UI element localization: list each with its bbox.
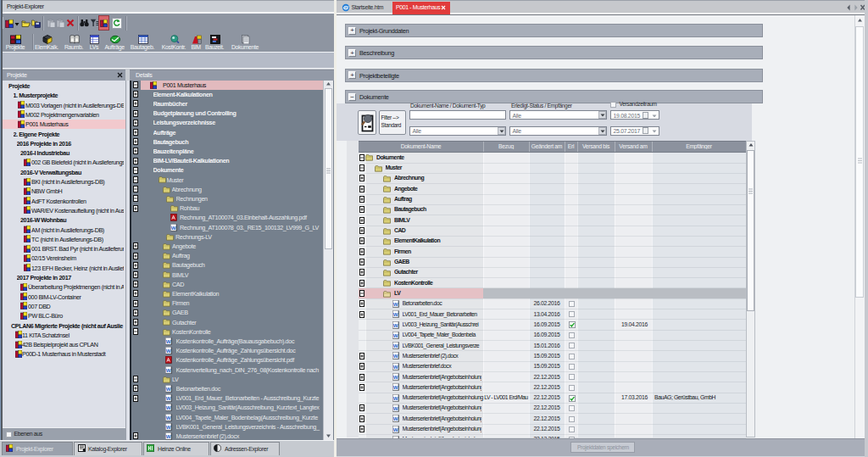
svg-text:W: W	[392, 300, 398, 306]
svg-text:W: W	[170, 224, 175, 230]
svg-text:W: W	[166, 385, 171, 391]
svg-text:W: W	[166, 432, 171, 438]
svg-text:W: W	[392, 353, 398, 359]
svg-text:W: W	[392, 311, 398, 317]
svg-text:W: W	[166, 348, 171, 354]
svg-text:W: W	[392, 394, 398, 400]
svg-text:W: W	[392, 332, 398, 337]
svg-text:W: W	[392, 343, 398, 348]
svg-text:W: W	[392, 415, 398, 421]
svg-text:W: W	[166, 414, 171, 420]
svg-text:W: W	[392, 363, 398, 369]
svg-text:W: W	[166, 337, 171, 343]
svg-text:W: W	[166, 395, 171, 401]
svg-text:W: W	[392, 321, 398, 327]
svg-text:W: W	[392, 384, 398, 390]
svg-text:W: W	[392, 405, 398, 411]
svg-text:W: W	[166, 423, 171, 429]
svg-text:W: W	[166, 404, 171, 410]
svg-text:W: W	[166, 366, 171, 372]
svg-text:W: W	[392, 374, 398, 380]
svg-text:W: W	[392, 426, 398, 432]
